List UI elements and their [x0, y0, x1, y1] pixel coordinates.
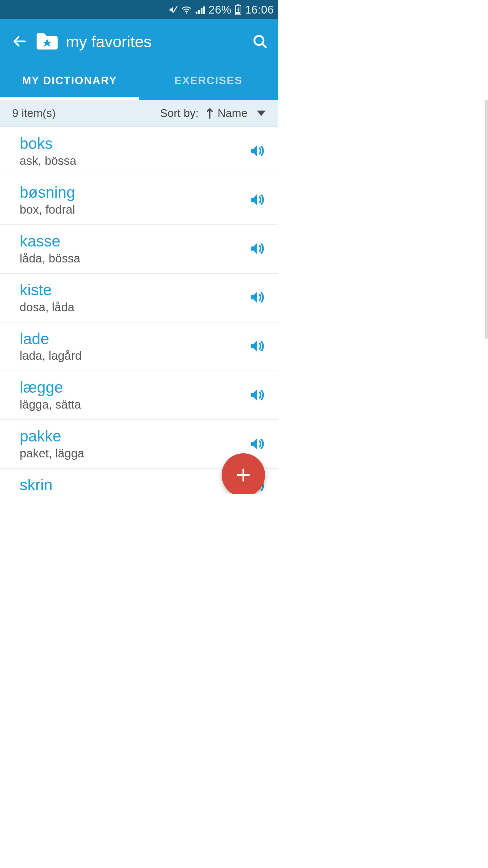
- word: skrin: [20, 476, 241, 494]
- list-item[interactable]: boks ask, bössa: [0, 127, 278, 176]
- list-item-text: skrin: [20, 476, 241, 494]
- svg-point-1: [186, 12, 187, 14]
- play-audio-button[interactable]: [248, 289, 266, 306]
- list-item-text: pakke paket, lägga: [20, 427, 241, 460]
- definition: lägga, sätta: [20, 398, 241, 411]
- svg-rect-4: [201, 8, 203, 14]
- definition: paket, lägga: [20, 447, 241, 460]
- definition: lada, lagård: [20, 349, 241, 362]
- svg-rect-8: [236, 12, 240, 14]
- svg-rect-2: [196, 12, 198, 14]
- back-button[interactable]: [10, 32, 28, 51]
- play-audio-button[interactable]: [248, 386, 266, 404]
- tab-label: MY DICTIONARY: [22, 74, 117, 87]
- list-item[interactable]: kiste dosa, låda: [0, 274, 278, 322]
- svg-rect-3: [198, 10, 200, 14]
- word: bøsning: [20, 183, 241, 201]
- list-item[interactable]: bøsning box, fodral: [0, 176, 278, 225]
- list-item-text: lægge lägga, sätta: [20, 378, 241, 411]
- svg-marker-9: [237, 6, 240, 13]
- list-item-text: lade lada, lagård: [20, 330, 241, 363]
- wifi-icon: [181, 5, 191, 14]
- favorites-folder-icon: [35, 32, 59, 51]
- definition: box, fodral: [20, 203, 241, 216]
- status-bar: 26% 16:06: [0, 0, 278, 19]
- play-audio-button[interactable]: [248, 337, 266, 355]
- list-item[interactable]: lægge lägga, sätta: [0, 371, 278, 420]
- definition: låda, bössa: [20, 252, 241, 265]
- list-item-text: bøsning box, fodral: [20, 183, 241, 216]
- add-button[interactable]: [222, 453, 265, 494]
- cell-signal-icon: [195, 5, 205, 14]
- tab-exercises[interactable]: EXERCISES: [139, 63, 278, 100]
- list-item-text: kasse låda, bössa: [20, 232, 241, 265]
- definition: dosa, låda: [20, 300, 241, 314]
- battery-charging-icon: [235, 4, 242, 15]
- tab-label: EXERCISES: [174, 74, 242, 87]
- play-audio-button[interactable]: [248, 240, 266, 257]
- sort-by-label: Sort by:: [160, 107, 199, 120]
- svg-line-0: [173, 6, 177, 13]
- favorites-list: boks ask, bössa bøsning box, fodral kass…: [0, 127, 278, 494]
- word: pakke: [20, 427, 241, 445]
- clock: 16:06: [245, 3, 274, 16]
- svg-rect-5: [203, 6, 205, 14]
- play-audio-button[interactable]: [248, 435, 266, 453]
- svg-line-13: [262, 44, 266, 47]
- app-bar-top: my favorites: [0, 19, 278, 63]
- list-item-text: kiste dosa, låda: [20, 281, 241, 314]
- svg-marker-15: [257, 111, 266, 116]
- play-audio-button[interactable]: [248, 191, 266, 209]
- mute-icon: [168, 5, 178, 15]
- tab-my-dictionary[interactable]: MY DICTIONARY: [0, 63, 139, 100]
- play-audio-button[interactable]: [248, 142, 266, 160]
- word: lade: [20, 330, 241, 348]
- item-count: 9 item(s): [12, 107, 160, 120]
- word: kiste: [20, 281, 241, 299]
- sort-field[interactable]: Name: [218, 107, 247, 120]
- word: kasse: [20, 232, 241, 250]
- sort-dropdown-icon[interactable]: [257, 110, 266, 116]
- battery-percentage: 26%: [208, 3, 231, 16]
- page-title: my favorites: [66, 32, 151, 51]
- app-bar: my favorites MY DICTIONARY EXERCISES: [0, 19, 278, 100]
- word: lægge: [20, 378, 241, 396]
- list-item-text: boks ask, bössa: [20, 135, 241, 167]
- list-item[interactable]: lade lada, lagård: [0, 322, 278, 371]
- search-button[interactable]: [251, 32, 269, 51]
- list-item[interactable]: kasse låda, bössa: [0, 225, 278, 274]
- tab-bar: MY DICTIONARY EXERCISES: [0, 63, 278, 100]
- sort-direction-icon[interactable]: [206, 107, 214, 119]
- list-subheader: 9 item(s) Sort by: Name: [0, 100, 278, 127]
- svg-rect-7: [237, 4, 240, 5]
- definition: ask, bössa: [20, 154, 241, 167]
- word: boks: [20, 135, 241, 153]
